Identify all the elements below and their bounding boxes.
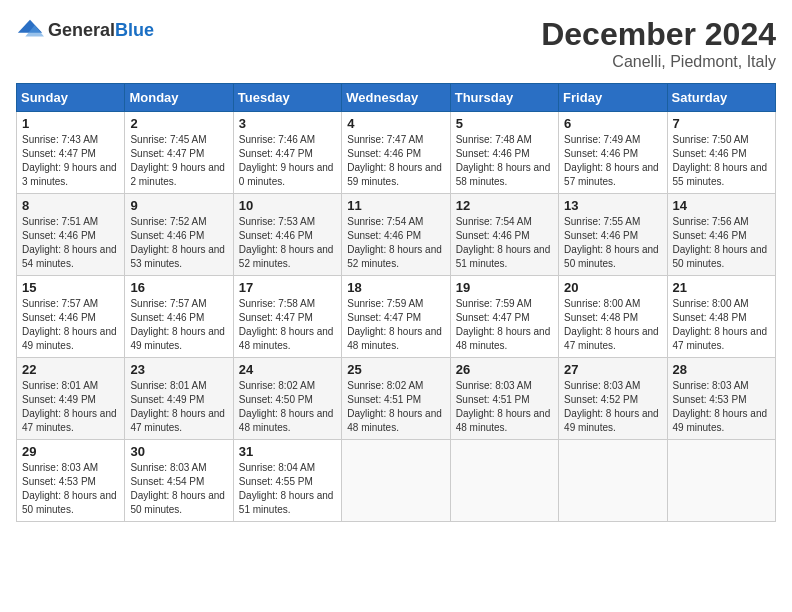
logo: GeneralBlue [16,16,154,44]
day-info: Sunrise: 7:54 AMSunset: 4:46 PMDaylight:… [456,216,551,269]
calendar-cell: 12 Sunrise: 7:54 AMSunset: 4:46 PMDaylig… [450,194,558,276]
day-number: 6 [564,116,661,131]
day-number: 18 [347,280,444,295]
calendar-cell [342,440,450,522]
day-info: Sunrise: 7:53 AMSunset: 4:46 PMDaylight:… [239,216,334,269]
calendar-cell [559,440,667,522]
day-info: Sunrise: 7:51 AMSunset: 4:46 PMDaylight:… [22,216,117,269]
calendar-cell: 3 Sunrise: 7:46 AMSunset: 4:47 PMDayligh… [233,112,341,194]
calendar-cell: 4 Sunrise: 7:47 AMSunset: 4:46 PMDayligh… [342,112,450,194]
calendar-cell: 20 Sunrise: 8:00 AMSunset: 4:48 PMDaylig… [559,276,667,358]
day-number: 11 [347,198,444,213]
day-info: Sunrise: 8:01 AMSunset: 4:49 PMDaylight:… [130,380,225,433]
calendar-cell: 14 Sunrise: 7:56 AMSunset: 4:46 PMDaylig… [667,194,775,276]
logo-text-general: General [48,20,115,40]
day-header-saturday: Saturday [667,84,775,112]
day-info: Sunrise: 8:03 AMSunset: 4:52 PMDaylight:… [564,380,659,433]
day-number: 23 [130,362,227,377]
calendar-cell: 21 Sunrise: 8:00 AMSunset: 4:48 PMDaylig… [667,276,775,358]
day-info: Sunrise: 8:00 AMSunset: 4:48 PMDaylight:… [673,298,768,351]
calendar-cell: 11 Sunrise: 7:54 AMSunset: 4:46 PMDaylig… [342,194,450,276]
calendar-cell: 23 Sunrise: 8:01 AMSunset: 4:49 PMDaylig… [125,358,233,440]
calendar-cell [450,440,558,522]
calendar-cell: 7 Sunrise: 7:50 AMSunset: 4:46 PMDayligh… [667,112,775,194]
day-info: Sunrise: 8:03 AMSunset: 4:53 PMDaylight:… [22,462,117,515]
calendar-week-row: 1 Sunrise: 7:43 AMSunset: 4:47 PMDayligh… [17,112,776,194]
location-title: Canelli, Piedmont, Italy [541,53,776,71]
day-info: Sunrise: 8:00 AMSunset: 4:48 PMDaylight:… [564,298,659,351]
day-number: 2 [130,116,227,131]
logo-text-blue: Blue [115,20,154,40]
calendar-table: SundayMondayTuesdayWednesdayThursdayFrid… [16,83,776,522]
day-header-monday: Monday [125,84,233,112]
calendar-week-row: 15 Sunrise: 7:57 AMSunset: 4:46 PMDaylig… [17,276,776,358]
day-info: Sunrise: 7:59 AMSunset: 4:47 PMDaylight:… [456,298,551,351]
calendar-cell: 1 Sunrise: 7:43 AMSunset: 4:47 PMDayligh… [17,112,125,194]
calendar-cell: 5 Sunrise: 7:48 AMSunset: 4:46 PMDayligh… [450,112,558,194]
calendar-cell: 26 Sunrise: 8:03 AMSunset: 4:51 PMDaylig… [450,358,558,440]
day-header-friday: Friday [559,84,667,112]
calendar-cell: 13 Sunrise: 7:55 AMSunset: 4:46 PMDaylig… [559,194,667,276]
day-number: 4 [347,116,444,131]
calendar-cell: 19 Sunrise: 7:59 AMSunset: 4:47 PMDaylig… [450,276,558,358]
day-info: Sunrise: 7:49 AMSunset: 4:46 PMDaylight:… [564,134,659,187]
day-number: 16 [130,280,227,295]
calendar-cell: 17 Sunrise: 7:58 AMSunset: 4:47 PMDaylig… [233,276,341,358]
day-info: Sunrise: 8:02 AMSunset: 4:50 PMDaylight:… [239,380,334,433]
calendar-week-row: 8 Sunrise: 7:51 AMSunset: 4:46 PMDayligh… [17,194,776,276]
calendar-cell: 27 Sunrise: 8:03 AMSunset: 4:52 PMDaylig… [559,358,667,440]
day-info: Sunrise: 7:46 AMSunset: 4:47 PMDaylight:… [239,134,334,187]
day-number: 12 [456,198,553,213]
day-info: Sunrise: 7:43 AMSunset: 4:47 PMDaylight:… [22,134,117,187]
calendar-cell: 2 Sunrise: 7:45 AMSunset: 4:47 PMDayligh… [125,112,233,194]
calendar-cell: 31 Sunrise: 8:04 AMSunset: 4:55 PMDaylig… [233,440,341,522]
day-number: 30 [130,444,227,459]
day-info: Sunrise: 7:52 AMSunset: 4:46 PMDaylight:… [130,216,225,269]
day-number: 14 [673,198,770,213]
day-info: Sunrise: 7:57 AMSunset: 4:46 PMDaylight:… [22,298,117,351]
calendar-cell: 18 Sunrise: 7:59 AMSunset: 4:47 PMDaylig… [342,276,450,358]
page-header: GeneralBlue December 2024 Canelli, Piedm… [16,16,776,71]
day-number: 25 [347,362,444,377]
day-number: 8 [22,198,119,213]
day-info: Sunrise: 7:56 AMSunset: 4:46 PMDaylight:… [673,216,768,269]
calendar-body: 1 Sunrise: 7:43 AMSunset: 4:47 PMDayligh… [17,112,776,522]
calendar-week-row: 29 Sunrise: 8:03 AMSunset: 4:53 PMDaylig… [17,440,776,522]
day-info: Sunrise: 7:45 AMSunset: 4:47 PMDaylight:… [130,134,225,187]
calendar-header-row: SundayMondayTuesdayWednesdayThursdayFrid… [17,84,776,112]
day-number: 22 [22,362,119,377]
calendar-cell: 30 Sunrise: 8:03 AMSunset: 4:54 PMDaylig… [125,440,233,522]
day-info: Sunrise: 8:03 AMSunset: 4:51 PMDaylight:… [456,380,551,433]
calendar-cell: 9 Sunrise: 7:52 AMSunset: 4:46 PMDayligh… [125,194,233,276]
day-number: 10 [239,198,336,213]
day-number: 20 [564,280,661,295]
day-info: Sunrise: 7:47 AMSunset: 4:46 PMDaylight:… [347,134,442,187]
calendar-week-row: 22 Sunrise: 8:01 AMSunset: 4:49 PMDaylig… [17,358,776,440]
day-info: Sunrise: 8:03 AMSunset: 4:53 PMDaylight:… [673,380,768,433]
day-header-tuesday: Tuesday [233,84,341,112]
calendar-cell: 16 Sunrise: 7:57 AMSunset: 4:46 PMDaylig… [125,276,233,358]
day-number: 21 [673,280,770,295]
day-number: 24 [239,362,336,377]
day-number: 3 [239,116,336,131]
day-number: 26 [456,362,553,377]
day-info: Sunrise: 7:50 AMSunset: 4:46 PMDaylight:… [673,134,768,187]
day-info: Sunrise: 7:59 AMSunset: 4:47 PMDaylight:… [347,298,442,351]
day-info: Sunrise: 7:57 AMSunset: 4:46 PMDaylight:… [130,298,225,351]
day-header-sunday: Sunday [17,84,125,112]
calendar-cell: 28 Sunrise: 8:03 AMSunset: 4:53 PMDaylig… [667,358,775,440]
day-number: 17 [239,280,336,295]
calendar-cell: 22 Sunrise: 8:01 AMSunset: 4:49 PMDaylig… [17,358,125,440]
day-number: 15 [22,280,119,295]
day-number: 27 [564,362,661,377]
day-info: Sunrise: 7:54 AMSunset: 4:46 PMDaylight:… [347,216,442,269]
month-title: December 2024 [541,16,776,53]
calendar-cell: 15 Sunrise: 7:57 AMSunset: 4:46 PMDaylig… [17,276,125,358]
day-number: 28 [673,362,770,377]
calendar-cell: 24 Sunrise: 8:02 AMSunset: 4:50 PMDaylig… [233,358,341,440]
day-number: 29 [22,444,119,459]
day-info: Sunrise: 8:04 AMSunset: 4:55 PMDaylight:… [239,462,334,515]
calendar-cell: 10 Sunrise: 7:53 AMSunset: 4:46 PMDaylig… [233,194,341,276]
calendar-cell: 29 Sunrise: 8:03 AMSunset: 4:53 PMDaylig… [17,440,125,522]
day-info: Sunrise: 7:48 AMSunset: 4:46 PMDaylight:… [456,134,551,187]
